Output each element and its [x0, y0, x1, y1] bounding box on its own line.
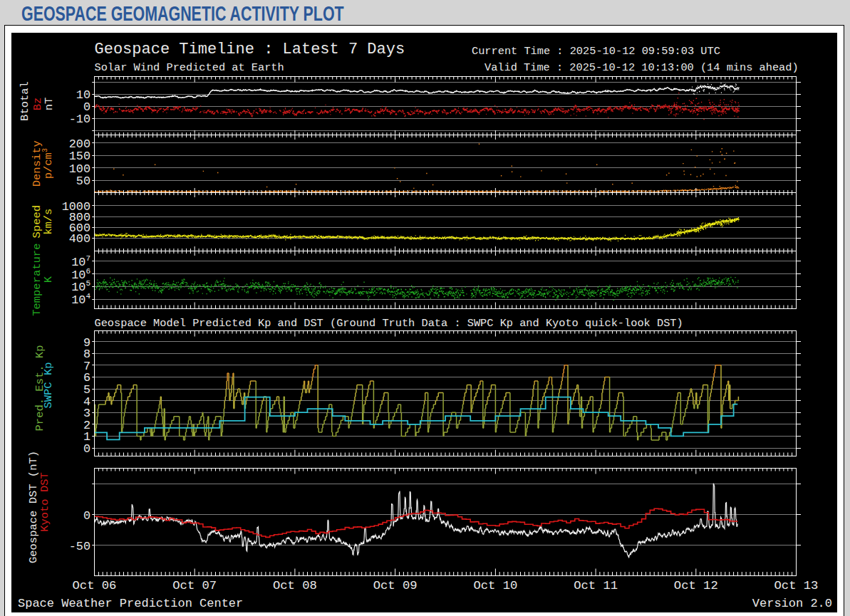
svg-text:Solar Wind Predicted at Earth: Solar Wind Predicted at Earth	[95, 61, 284, 74]
svg-text:50: 50	[76, 174, 90, 188]
svg-text:2: 2	[83, 419, 90, 432]
svg-text:5: 5	[83, 383, 90, 397]
svg-text:200: 200	[69, 137, 90, 151]
svg-text:Version 2.0: Version 2.0	[752, 597, 832, 610]
svg-text:-50: -50	[69, 540, 90, 553]
svg-text:Geospace Model Predicted Kp an: Geospace Model Predicted Kp and DST (Gro…	[95, 317, 683, 330]
svg-text:0: 0	[83, 442, 90, 456]
svg-text:Current Time : 2025-10-12 09:5: Current Time : 2025-10-12 09:59:03 UTC	[472, 45, 720, 58]
svg-text:Oct 07: Oct 07	[172, 579, 217, 592]
svg-text:nT: nT	[43, 98, 56, 111]
svg-text:7: 7	[83, 360, 90, 373]
svg-text:6: 6	[83, 371, 90, 385]
svg-text:Space Weather Prediction Cente: Space Weather Prediction Center	[18, 597, 243, 610]
svg-text:Oct 08: Oct 08	[273, 579, 317, 592]
svg-text:104: 104	[71, 292, 90, 307]
svg-text:100: 100	[69, 162, 90, 176]
svg-text:SWPC Kp: SWPC Kp	[42, 362, 55, 408]
svg-text:Kyoto DST: Kyoto DST	[38, 472, 51, 532]
svg-text:3: 3	[83, 407, 90, 420]
svg-text:9: 9	[83, 336, 90, 350]
svg-text:4: 4	[83, 395, 90, 409]
svg-text:Oct 11: Oct 11	[574, 579, 618, 592]
svg-text:400: 400	[69, 232, 90, 246]
svg-text:Valid Time : 2025-10-12 10:13:: Valid Time : 2025-10-12 10:13:00 (14 min…	[484, 61, 799, 74]
svg-text:-10: -10	[69, 113, 90, 126]
svg-text:p/cm3: p/cm3	[42, 148, 56, 179]
svg-text:Oct 06: Oct 06	[73, 579, 117, 592]
svg-text:Btotal: Btotal	[19, 81, 31, 121]
svg-text:Oct 09: Oct 09	[373, 579, 418, 592]
svg-text:1: 1	[83, 430, 90, 444]
svg-text:Oct 10: Oct 10	[473, 579, 517, 592]
svg-text:8: 8	[83, 348, 90, 361]
svg-text:Oct 13: Oct 13	[774, 579, 819, 592]
svg-text:km/s: km/s	[43, 209, 56, 235]
svg-text:0: 0	[83, 509, 90, 523]
svg-text:Oct 12: Oct 12	[674, 579, 718, 592]
svg-text:150: 150	[69, 150, 90, 163]
svg-text:K: K	[43, 276, 56, 283]
svg-text:Geospace Timeline : Latest 7 D: Geospace Timeline : Latest 7 Days	[95, 41, 405, 58]
